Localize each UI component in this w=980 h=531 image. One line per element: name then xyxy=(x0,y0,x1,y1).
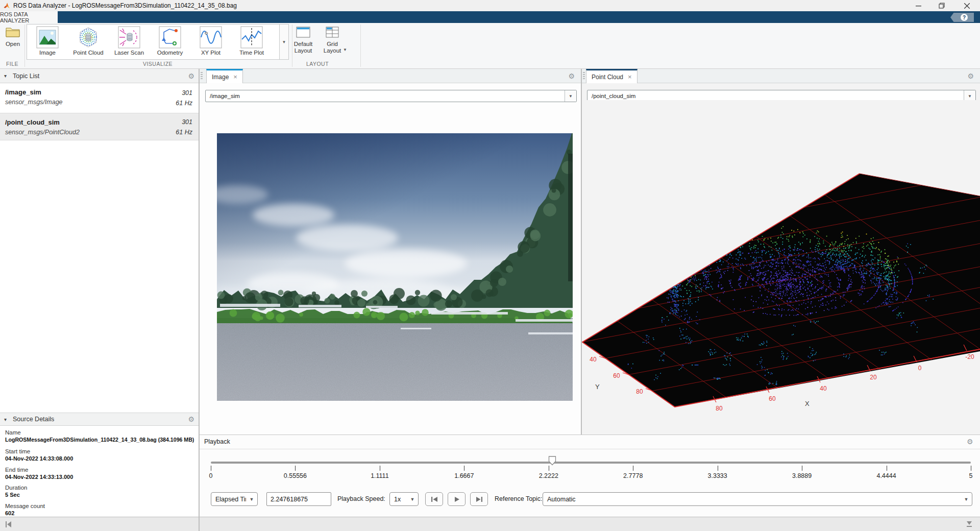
playback-tick-label: 2.2222 xyxy=(539,472,558,479)
image-topic-dropdown-arrow-icon[interactable]: ▼ xyxy=(565,90,576,102)
tab-point-cloud-label: Point Cloud xyxy=(592,74,623,81)
playback-slider-track[interactable] xyxy=(211,462,971,464)
title-bar: ROS Data Analyzer - LogROSMessageFrom3DS… xyxy=(0,0,980,11)
reference-topic-label: Reference Topic: xyxy=(495,495,543,502)
step-back-button[interactable] xyxy=(425,492,443,506)
help-button[interactable]: ? xyxy=(950,13,974,22)
time-mode-dropdown-arrow-icon[interactable]: ▼ xyxy=(246,493,257,505)
matlab-logo-icon xyxy=(3,2,10,9)
current-time-input[interactable] xyxy=(266,492,331,506)
minimize-button[interactable] xyxy=(906,0,930,11)
image-panel-gear-icon[interactable]: ⚙ xyxy=(568,73,575,80)
point-cloud-tab-strip: Point Cloud × ⚙ xyxy=(582,69,980,83)
visualize-xy-plot-button[interactable]: XY Plot xyxy=(190,25,231,58)
pc-x-tick-label: 20 xyxy=(870,374,877,381)
grid-layout-label: Grid Layout xyxy=(321,41,344,54)
topic-message-count: 301 xyxy=(182,89,192,96)
visualize-point-cloud-button[interactable]: Point Cloud xyxy=(68,25,109,58)
grid-layout-icon xyxy=(325,26,339,39)
camera-image-view[interactable] xyxy=(217,133,573,401)
topic-type: sensor_msgs/Image xyxy=(5,99,192,106)
tab-image-close-icon[interactable]: × xyxy=(233,74,237,80)
play-button[interactable] xyxy=(448,492,465,506)
field-value: 04-Nov-2022 14:33:08.000 xyxy=(5,455,197,462)
playback-speed-dropdown[interactable]: 1x ▼ xyxy=(389,492,419,506)
image-topic-value: /image_sim xyxy=(206,93,565,99)
pc-x-tick-label: 0 xyxy=(918,365,922,372)
field-value: 5 Sec xyxy=(5,492,197,498)
playback-tick-label: 3.3333 xyxy=(708,472,727,479)
point-cloud-panel-gear-icon[interactable]: ⚙ xyxy=(967,73,974,80)
point-cloud-3d-view[interactable]: 806040200-20406080YX xyxy=(582,100,980,435)
topic-row-point-cloud-sim[interactable]: /point_cloud_sim sensor_msgs/PointCloud2… xyxy=(0,113,199,140)
visualize-image-button[interactable]: Image xyxy=(27,25,68,58)
playback-tick xyxy=(295,466,296,471)
playback-tick-label: 5 xyxy=(969,472,973,479)
panel-grip[interactable] xyxy=(583,72,585,80)
playback-speed-dropdown-arrow-icon[interactable]: ▼ xyxy=(407,493,418,505)
ribbon-separator xyxy=(24,25,25,67)
visualize-odometry-button[interactable]: Odometry xyxy=(150,25,190,58)
layout-section-label: LAYOUT xyxy=(289,61,346,67)
image-topic-dropdown[interactable]: /image_sim ▼ xyxy=(205,90,577,102)
collapse-source-details-icon[interactable]: ▾ xyxy=(4,417,7,422)
image-panel: Image × ⚙ /image_sim ▼ xyxy=(200,69,581,435)
source-field-start-time: Start time 04-Nov-2022 14:33:08.000 xyxy=(5,448,197,462)
gallery-more-button[interactable]: ▼ xyxy=(279,25,288,59)
visualize-gallery: Image Point Cloud xyxy=(27,24,289,60)
restore-button[interactable] xyxy=(930,0,953,11)
xy-plot-icon xyxy=(200,26,222,49)
topic-name: /point_cloud_sim xyxy=(5,118,192,126)
tab-point-cloud-close-icon[interactable]: × xyxy=(628,74,632,80)
panel-grip[interactable] xyxy=(201,72,203,80)
visualize-laser-scan-label: Laser Scan xyxy=(114,50,144,56)
topic-list-title: Topic List xyxy=(13,73,39,80)
step-forward-button[interactable] xyxy=(470,492,488,506)
source-field-name: Name LogROSMessageFrom3DSimulation_11042… xyxy=(5,429,197,443)
source-details-gear-icon[interactable]: ⚙ xyxy=(188,416,194,423)
pc-y-tick-label: 60 xyxy=(613,372,620,379)
reference-topic-value: Automatic xyxy=(543,496,961,503)
pc-y-tick-label: 80 xyxy=(636,388,643,395)
collapse-playback-panel-icon[interactable] xyxy=(966,521,973,528)
pc-x-tick-label: 80 xyxy=(716,405,723,412)
center-right-splitter[interactable] xyxy=(581,69,582,435)
default-layout-label: Default Layout xyxy=(290,41,316,54)
field-value: 04-Nov-2022 14:33:13.000 xyxy=(5,474,197,480)
topic-message-count: 301 xyxy=(182,118,192,126)
tab-point-cloud[interactable]: Point Cloud × xyxy=(586,69,638,83)
grid-layout-button[interactable]: Grid Layout ▼ xyxy=(320,26,345,54)
playback-slider-thumb[interactable] xyxy=(548,456,556,466)
tab-image[interactable]: Image × xyxy=(206,69,243,83)
pc-x-tick-label: 60 xyxy=(769,395,776,402)
laser-scan-icon xyxy=(118,26,140,49)
source-field-message-count: Message count 602 xyxy=(5,503,197,516)
topic-list-gear-icon[interactable]: ⚙ xyxy=(188,73,194,80)
collapse-left-panel-icon[interactable] xyxy=(5,521,13,528)
point-cloud-icon xyxy=(77,26,100,49)
default-layout-button[interactable]: Default Layout xyxy=(289,26,317,54)
source-details-header: ▾ Source Details ⚙ xyxy=(0,413,199,426)
visualize-time-plot-label: Time Plot xyxy=(239,50,264,56)
field-label: Message count xyxy=(5,503,197,509)
field-label: End time xyxy=(5,467,197,473)
reference-topic-dropdown[interactable]: Automatic ▼ xyxy=(543,492,972,506)
playback-speed-label: Playback Speed: xyxy=(337,495,385,502)
collapse-topic-list-icon[interactable]: ▾ xyxy=(4,73,7,79)
close-button[interactable] xyxy=(953,0,980,11)
topic-row-image-sim[interactable]: /image_sim sensor_msgs/Image 301 61 Hz xyxy=(0,83,199,113)
open-button[interactable]: Open xyxy=(3,26,22,47)
playback-tick-label: 2.7778 xyxy=(623,472,643,479)
playback-tick-label: 0.55556 xyxy=(284,472,307,479)
playback-tick-label: 0 xyxy=(209,472,213,479)
visualize-laser-scan-button[interactable]: Laser Scan xyxy=(109,25,150,58)
source-field-end-time: End time 04-Nov-2022 14:33:13.000 xyxy=(5,467,197,480)
playback-gear-icon[interactable]: ⚙ xyxy=(967,438,973,445)
playback-tick xyxy=(633,466,633,471)
ribbon-tab-ros-data-analyzer[interactable]: ROS DATA ANALYZER xyxy=(0,11,58,23)
left-panel-splitter[interactable] xyxy=(199,69,200,531)
visualize-time-plot-button[interactable]: Time Plot xyxy=(231,25,272,58)
reference-topic-dropdown-arrow-icon[interactable]: ▼ xyxy=(961,493,972,505)
playback-tick-label: 3.8889 xyxy=(792,472,812,479)
time-mode-dropdown[interactable]: Elapsed Time ▼ xyxy=(211,492,258,506)
